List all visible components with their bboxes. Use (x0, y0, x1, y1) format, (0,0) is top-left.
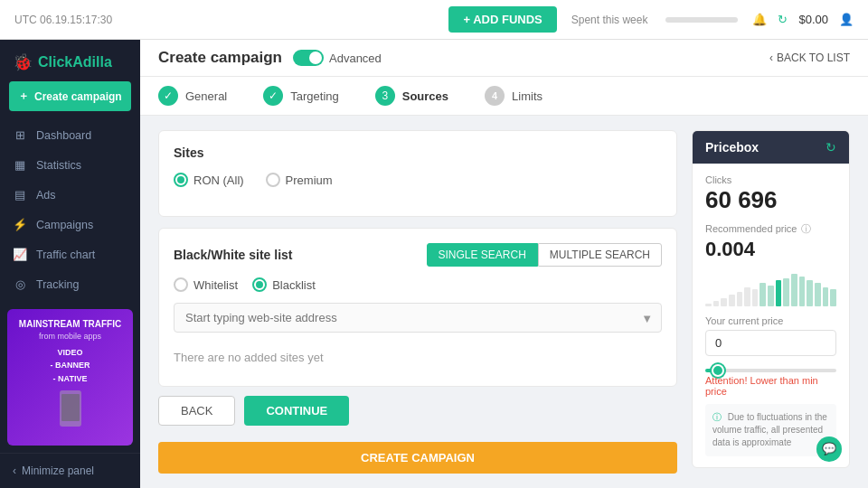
sidebar-item-label: Campaigns (36, 219, 93, 231)
sidebar-item-ads[interactable]: ▤ Ads (0, 180, 140, 210)
back-to-list-link[interactable]: ‹ BACK TO LIST (769, 52, 850, 64)
pricebox: Pricebox ↻ Clicks 60 696 Recommended pri… (692, 130, 850, 474)
sidebar-banner: MAINSTREAM TRAFFIC from mobile apps VIDE… (7, 309, 133, 446)
price-bar (799, 277, 806, 306)
add-funds-button[interactable]: + ADD FUNDS (448, 6, 556, 33)
price-bar (830, 289, 836, 306)
sidebar-item-dashboard[interactable]: ⊞ Dashboard (0, 120, 140, 150)
sites-option-premium[interactable]: Premium (266, 173, 333, 187)
step-general[interactable]: ✓ General (158, 86, 227, 106)
page-header-right: ‹ BACK TO LIST (769, 52, 850, 64)
step-label: Targeting (290, 89, 338, 103)
sites-radio-group: RON (All) Premium (174, 173, 662, 187)
banner-title: MAINSTREAM TRAFFIC (14, 318, 126, 330)
multiple-search-button[interactable]: MULTIPLE SEARCH (538, 243, 662, 267)
single-search-button[interactable]: SINGLE SEARCH (427, 243, 538, 267)
create-campaign-button[interactable]: CREATE CAMPAIGN (158, 442, 677, 474)
page-title: Create campaign (158, 49, 282, 67)
price-bar (721, 298, 727, 305)
bell-icon[interactable]: 🔔 (752, 13, 767, 26)
create-campaign-sidebar-button[interactable]: ＋ Create campaign (9, 81, 131, 111)
pricebox-header: Pricebox ↻ (693, 131, 849, 164)
bottom-actions: BACK CONTINUE (158, 387, 677, 435)
blacklist-label: Blacklist (272, 278, 316, 292)
svg-rect-1 (61, 394, 80, 421)
attention-text: Attention! Lower than min price (705, 375, 836, 397)
clicks-label: Clicks (705, 174, 836, 185)
form-panel: Sites RON (All) Premium (158, 130, 677, 474)
pricebox-title: Pricebox (705, 140, 759, 155)
wb-tabs: Whitelist Blacklist (174, 277, 662, 292)
sidebar-item-statistics[interactable]: ▦ Statistics (0, 150, 140, 180)
traffic-chart-icon: 📈 (13, 248, 27, 261)
sidebar: 🐞 ClickAdilla ＋ Create campaign ⊞ Dashbo… (0, 40, 140, 488)
pricebox-refresh-icon[interactable]: ↻ (826, 140, 836, 155)
step-num-icon: 4 (485, 86, 505, 106)
plus-icon: ＋ (18, 89, 29, 104)
price-bar (760, 283, 766, 306)
logo-text: ClickAdilla (38, 54, 112, 70)
page-header: Create campaign Advanced ‹ BACK TO LIST (140, 40, 868, 77)
no-sites-message: There are no added sites yet (174, 343, 662, 371)
whitelist-radio (174, 277, 188, 292)
main-content: Create campaign Advanced ‹ BACK TO LIST … (140, 40, 868, 488)
tracking-icon: ◎ (13, 277, 27, 291)
spent-progress-bar (665, 17, 738, 23)
step-sources[interactable]: 3 Sources (375, 86, 448, 106)
pricebox-card: Pricebox ↻ Clicks 60 696 Recommended pri… (692, 130, 850, 468)
step-done-icon: ✓ (263, 86, 283, 106)
sidebar-item-label: Dashboard (36, 129, 91, 142)
sidebar-item-label: Traffic chart (36, 249, 95, 261)
sites-option-ron[interactable]: RON (All) (174, 173, 244, 187)
blacklist-tab[interactable]: Blacklist (252, 277, 316, 292)
site-search-input[interactable] (174, 303, 662, 333)
sidebar-item-finances[interactable]: $ Finances (0, 299, 140, 302)
rec-price-value: 0.004 (705, 238, 836, 261)
minimize-panel-button[interactable]: ‹ Minimize panel (0, 453, 140, 488)
campaigns-icon: ⚡ (13, 218, 27, 231)
price-slider[interactable] (705, 369, 836, 372)
statistics-icon: ▦ (13, 158, 27, 172)
step-done-icon: ✓ (158, 86, 178, 106)
price-bar (776, 280, 782, 306)
refresh-icon[interactable]: ↻ (778, 13, 788, 26)
continue-button[interactable]: CONTINUE (244, 396, 349, 426)
price-bar (823, 287, 829, 306)
search-type-buttons: SINGLE SEARCH MULTIPLE SEARCH (427, 243, 663, 267)
site-search-wrap: ▼ (174, 303, 662, 333)
your-price-label: Your current price (705, 315, 836, 326)
advanced-toggle[interactable] (293, 50, 324, 66)
pricebox-body: Clicks 60 696 Recommended price ⓘ 0.004 … (693, 164, 849, 467)
ron-label: RON (All) (193, 174, 244, 187)
ads-icon: ▤ (13, 188, 27, 202)
banner-phone-graphic (14, 389, 126, 436)
back-button[interactable]: BACK (158, 396, 235, 426)
radio-circle-ron (174, 173, 188, 187)
utc-time: UTC 06.19.15:17:30 (14, 14, 112, 26)
banner-subtitle: from mobile apps (14, 332, 126, 341)
step-targeting[interactable]: ✓ Targeting (263, 86, 338, 106)
whitelist-tab[interactable]: Whitelist (174, 277, 238, 292)
whitelist-label: Whitelist (193, 278, 238, 292)
chat-bubble-button[interactable]: 💬 (816, 436, 842, 462)
step-active-icon: 3 (375, 86, 395, 106)
step-limits[interactable]: 4 Limits (485, 86, 542, 106)
sidebar-nav: ⊞ Dashboard ▦ Statistics ▤ Ads ⚡ Campaig… (0, 120, 140, 302)
step-label: Limits (512, 89, 542, 103)
price-bar (783, 278, 789, 306)
info-text: Due to fluctuations in the volume traffi… (712, 412, 827, 447)
sidebar-item-traffic-chart[interactable]: 📈 Traffic chart (0, 239, 140, 269)
sidebar-item-label: Statistics (36, 159, 81, 172)
price-bar (713, 301, 720, 305)
topbar: UTC 06.19.15:17:30 + ADD FUNDS Spent thi… (0, 0, 868, 40)
user-icon[interactable]: 👤 (839, 13, 854, 26)
dashboard-icon: ⊞ (13, 128, 27, 142)
sidebar-create-section: ＋ Create campaign (9, 81, 131, 111)
price-input[interactable] (705, 330, 836, 356)
clicks-value: 60 696 (705, 187, 836, 213)
price-bar (729, 295, 735, 305)
bw-section: Black/White site list SINGLE SEARCH MULT… (158, 228, 677, 387)
sidebar-item-campaigns[interactable]: ⚡ Campaigns (0, 210, 140, 239)
bw-header: Black/White site list SINGLE SEARCH MULT… (174, 243, 662, 267)
sidebar-item-tracking[interactable]: ◎ Tracking (0, 269, 140, 299)
